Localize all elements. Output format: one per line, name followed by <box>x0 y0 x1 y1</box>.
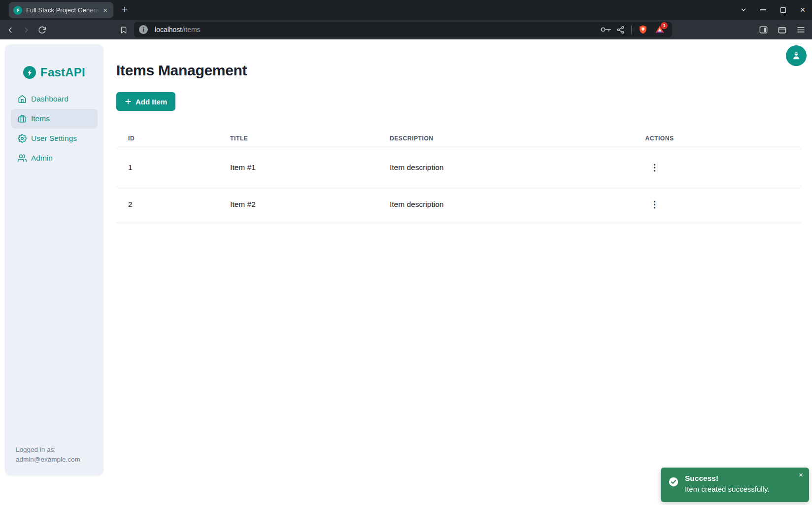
url-path: /items <box>182 26 200 34</box>
window-close-button[interactable]: × <box>796 3 809 16</box>
table-row: 1 Item #1 Item description ⋮ <box>116 149 801 186</box>
fastapi-bolt-icon <box>23 66 36 79</box>
sidebar-item-label: Items <box>31 114 50 123</box>
logged-in-email: admin@example.com <box>16 455 80 465</box>
share-icon[interactable] <box>616 26 625 34</box>
window-maximize-button[interactable] <box>777 3 789 16</box>
row-actions-kebab-icon[interactable]: ⋮ <box>645 199 664 210</box>
toast-text: Success! Item created successfully. <box>685 473 769 495</box>
items-table: ID TITLE DESCRIPTION ACTIONS 1 Item #1 I… <box>116 125 801 223</box>
logged-in-label: Logged in as: <box>16 445 80 455</box>
user-avatar-button[interactable] <box>786 45 807 66</box>
home-icon <box>18 95 27 103</box>
add-item-button[interactable]: Add Item <box>116 92 175 111</box>
cell-description: Item description <box>378 149 633 186</box>
forward-button[interactable] <box>20 24 33 36</box>
column-header-id: ID <box>116 125 218 149</box>
sidebar-item-dashboard[interactable]: Dashboard <box>11 89 98 109</box>
site-info-icon[interactable]: i <box>139 25 148 34</box>
logo-text: FastAPI <box>40 66 85 79</box>
tab-title: Full Stack Project Genera <box>26 6 101 14</box>
sidebar-item-items[interactable]: Items <box>11 109 98 129</box>
page-title: Items Management <box>116 62 801 79</box>
brave-rewards-icon[interactable]: 1 <box>654 24 665 35</box>
password-key-icon[interactable] <box>601 25 610 34</box>
toast-title: Success! <box>685 473 769 484</box>
browser-toolbar: i localhost/items 1 <box>0 20 812 39</box>
menu-hamburger-icon[interactable] <box>794 23 807 36</box>
tab-close-icon[interactable]: × <box>101 5 109 15</box>
toolbar-divider <box>631 26 632 34</box>
column-header-title: TITLE <box>218 125 378 149</box>
table-row: 2 Item #2 Item description ⋮ <box>116 186 801 223</box>
cell-description: Item description <box>378 186 633 223</box>
row-actions-kebab-icon[interactable]: ⋮ <box>645 162 664 173</box>
browser-tab[interactable]: Full Stack Project Genera × <box>9 2 113 18</box>
fastapi-logo: FastAPI <box>5 66 103 79</box>
address-bar[interactable]: i localhost/items 1 <box>134 22 672 37</box>
table-header-row: ID TITLE DESCRIPTION ACTIONS <box>116 125 801 149</box>
cell-title: Item #1 <box>218 149 378 186</box>
sidebar-item-label: Dashboard <box>31 95 68 103</box>
sidebar-item-label: Admin <box>31 154 53 163</box>
check-circle-icon <box>668 476 679 487</box>
column-header-description: DESCRIPTION <box>378 125 633 149</box>
reload-button[interactable] <box>35 24 48 36</box>
tab-strip: Full Stack Project Genera × + × <box>0 0 812 20</box>
sidebar-item-user-settings[interactable]: User Settings <box>11 129 98 148</box>
rewards-badge: 1 <box>661 22 668 29</box>
main-content: Items Management Add Item ID TITLE DESCR… <box>111 39 807 223</box>
briefcase-icon <box>18 114 27 123</box>
toast-message: Item created successfully. <box>685 484 769 495</box>
sidebar-nav: Dashboard Items User Settings Admin <box>5 89 103 168</box>
user-icon <box>791 50 802 61</box>
cell-id: 2 <box>116 186 218 223</box>
new-tab-button[interactable]: + <box>118 3 131 16</box>
app-page: FastAPI Dashboard Items User Settings <box>0 39 812 505</box>
cell-id: 1 <box>116 149 218 186</box>
plus-icon <box>125 98 132 105</box>
window-minimize-button[interactable] <box>757 3 770 16</box>
brave-shield-icon[interactable] <box>638 25 648 34</box>
tab-search-chevron-icon[interactable] <box>737 3 750 16</box>
url-host: localhost <box>155 26 182 34</box>
bookmark-icon[interactable] <box>117 24 130 36</box>
url-text[interactable]: localhost/items <box>155 26 601 34</box>
logged-in-info: Logged in as: admin@example.com <box>16 445 80 465</box>
cell-title: Item #2 <box>218 186 378 223</box>
sidebar-item-admin[interactable]: Admin <box>11 148 98 168</box>
gear-icon <box>18 134 27 143</box>
fastapi-favicon-icon <box>13 6 22 15</box>
column-header-actions: ACTIONS <box>633 125 801 149</box>
toast-close-icon[interactable]: × <box>797 470 805 480</box>
success-toast: Success! Item created successfully. × <box>661 468 809 502</box>
sidebar-item-label: User Settings <box>31 134 77 143</box>
window-controls: × <box>737 0 809 20</box>
sidebar-panel-icon[interactable] <box>757 23 770 36</box>
sidebar: FastAPI Dashboard Items User Settings <box>5 44 103 475</box>
add-item-label: Add Item <box>135 98 167 106</box>
back-button[interactable] <box>4 24 17 36</box>
wallet-icon[interactable] <box>776 23 788 36</box>
users-icon <box>18 154 27 163</box>
